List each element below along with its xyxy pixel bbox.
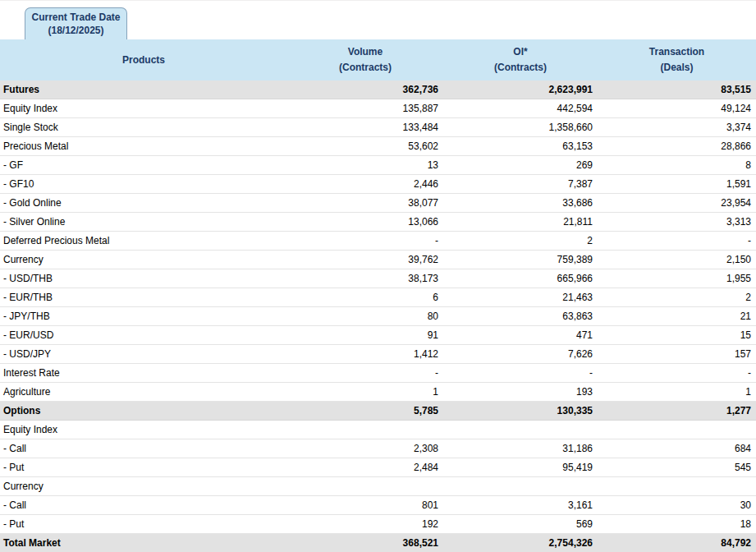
product-cell: Equity Index: [0, 103, 287, 114]
transaction-cell: 157: [598, 348, 756, 360]
oi-cell: 7,626: [443, 348, 598, 360]
product-cell: Currency: [0, 254, 287, 265]
oi-cell: 63,863: [443, 310, 598, 322]
table-row: - GF 13 269 8: [0, 156, 756, 175]
oi-cell: 2,623,991: [443, 84, 598, 95]
volume-cell: 135,887: [287, 103, 443, 114]
transaction-cell: 1,591: [598, 178, 756, 190]
product-cell: Equity Index: [0, 424, 287, 435]
volume-cell: 39,762: [287, 254, 443, 265]
product-cell: Futures: [0, 84, 287, 95]
oi-cell: 1,358,660: [443, 122, 598, 133]
product-cell: - Put: [0, 462, 287, 473]
column-header-volume-sublabel: (Contracts): [287, 60, 443, 76]
table-row: Currency 39,762 759,389 2,150: [0, 251, 756, 269]
volume-cell: 1,412: [287, 348, 443, 360]
oi-cell: 130,335: [443, 405, 598, 416]
oi-cell: 95,419: [443, 462, 598, 473]
volume-cell: 2,308: [287, 443, 443, 454]
product-cell: Interest Rate: [0, 367, 287, 379]
product-cell: - Call: [0, 443, 287, 454]
current-trade-date-tab[interactable]: Current Trade Date (18/12/2025): [25, 7, 127, 39]
table-row: - EUR/USD 91 471 15: [0, 326, 756, 345]
product-cell: Agriculture: [0, 386, 287, 398]
product-cell: - GF10: [0, 178, 287, 190]
volume-cell: 80: [287, 310, 443, 322]
volume-cell: 2,446: [287, 178, 443, 190]
volume-cell: 38,077: [287, 197, 443, 209]
oi-cell: 3,161: [443, 499, 598, 511]
product-cell: Single Stock: [0, 122, 287, 133]
oi-cell: 269: [443, 159, 598, 171]
table-row: - GF10 2,446 7,387 1,591: [0, 175, 756, 194]
oi-cell: 7,387: [443, 178, 598, 190]
volume-cell: -: [287, 235, 443, 246]
oi-cell: 2: [443, 235, 598, 246]
oi-cell: 2,754,326: [443, 537, 598, 549]
product-cell: - JPY/THB: [0, 310, 287, 322]
transaction-cell: 18: [598, 518, 756, 530]
volume-cell: 362,736: [287, 84, 443, 95]
product-cell: - Gold Online: [0, 197, 287, 209]
table-row: - USD/THB 38,173 665,966 1,955: [0, 269, 756, 288]
table-row: Currency: [0, 477, 756, 496]
table-row: Deferred Precious Metal - 2 -: [0, 232, 756, 251]
volume-cell: 192: [287, 518, 443, 530]
transaction-cell: 49,124: [598, 103, 756, 114]
table-row: Options 5,785 130,335 1,277: [0, 402, 756, 421]
oi-cell: 21,811: [443, 216, 598, 228]
transaction-cell: 8: [598, 159, 756, 171]
volume-cell: 368,521: [287, 537, 443, 549]
transaction-cell: 83,515: [598, 84, 756, 95]
column-header-oi-label: OI*: [443, 44, 598, 60]
column-header-transaction-label: Transaction: [598, 44, 756, 60]
column-header-oi: OI* (Contracts): [443, 44, 598, 76]
product-cell: - GF: [0, 159, 287, 171]
table-row: - Gold Online 38,077 33,686 23,954: [0, 194, 756, 213]
product-cell: Precious Metal: [0, 140, 287, 152]
volume-cell: 801: [287, 499, 443, 511]
oi-cell: 665,966: [443, 273, 598, 284]
column-header-products-label: Products: [0, 53, 287, 68]
volume-cell: 5,785: [287, 405, 443, 416]
transaction-cell: 15: [598, 329, 756, 341]
table-header: Products Volume (Contracts) OI* (Contrac…: [0, 39, 756, 80]
table-row: Precious Metal 53,602 63,153 28,866: [0, 137, 756, 156]
volume-cell: 6: [287, 292, 443, 303]
volume-cell: 38,173: [287, 273, 443, 284]
product-cell: - Put: [0, 518, 287, 530]
volume-cell: 133,484: [287, 122, 443, 133]
oi-cell: 471: [443, 329, 598, 341]
oi-cell: 759,389: [443, 254, 598, 265]
transaction-cell: 23,954: [598, 197, 756, 209]
table-row: Single Stock 133,484 1,358,660 3,374: [0, 118, 756, 137]
volume-cell: 91: [287, 329, 443, 341]
volume-cell: -: [287, 367, 443, 379]
oi-cell: 21,463: [443, 292, 598, 303]
oi-cell: 31,186: [443, 443, 598, 454]
table-row: Futures 362,736 2,623,991 83,515: [0, 80, 756, 99]
table-row: Equity Index: [0, 421, 756, 439]
transaction-cell: 1: [598, 386, 756, 398]
volume-cell: 53,602: [287, 140, 443, 152]
table-row: Interest Rate - - -: [0, 364, 756, 383]
column-header-transaction-sublabel: (Deals): [598, 60, 756, 76]
table-row: Total Market 368,521 2,754,326 84,792: [0, 534, 756, 552]
transaction-cell: 1,955: [598, 273, 756, 284]
volume-cell: 13: [287, 159, 443, 171]
transaction-cell: 28,866: [598, 140, 756, 152]
oi-cell: 63,153: [443, 140, 598, 152]
oi-cell: 193: [443, 386, 598, 398]
product-cell: - Silver Online: [0, 216, 287, 228]
table-row: - USD/JPY 1,412 7,626 157: [0, 345, 756, 364]
table-row: - Call 801 3,161 30: [0, 496, 756, 515]
table-row: - Call 2,308 31,186 684: [0, 439, 756, 458]
transaction-cell: 21: [598, 310, 756, 322]
table-row: Equity Index 135,887 442,594 49,124: [0, 99, 756, 118]
transaction-cell: 2: [598, 292, 756, 303]
table-body: Futures 362,736 2,623,991 83,515 Equity …: [0, 80, 756, 552]
table-row: - JPY/THB 80 63,863 21: [0, 307, 756, 326]
product-cell: Options: [0, 405, 287, 416]
oi-cell: 33,686: [443, 197, 598, 209]
oi-cell: -: [443, 367, 598, 379]
